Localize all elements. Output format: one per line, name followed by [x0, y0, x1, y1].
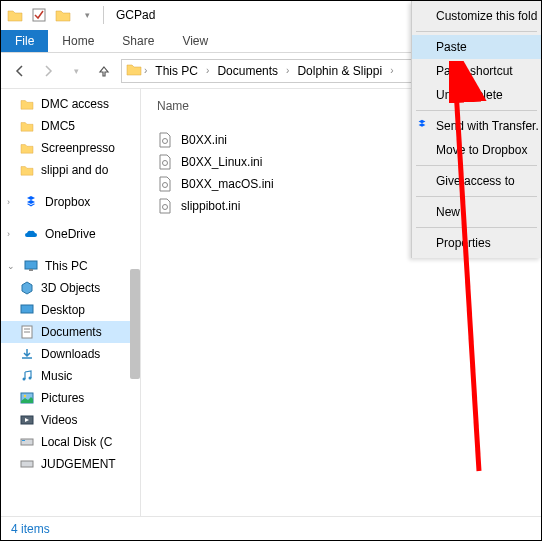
separator [416, 165, 537, 166]
folder-icon [19, 162, 35, 178]
chevron-right-icon[interactable]: › [286, 65, 289, 76]
file-name: B0XX.ini [181, 133, 227, 147]
nav-label: Dropbox [45, 195, 90, 209]
separator [416, 196, 537, 197]
nav-quick-item[interactable]: Screenpresso [1, 137, 140, 159]
breadcrumb-documents[interactable]: Documents [211, 62, 284, 80]
file-name: B0XX_Linux.ini [181, 155, 262, 169]
nav-quick-item[interactable]: slippi and do [1, 159, 140, 181]
nav-quick-item[interactable]: DMC5 [1, 115, 140, 137]
nav-label: JUDGEMENT [41, 457, 116, 471]
ctx-paste[interactable]: Paste [412, 35, 541, 59]
context-menu: Customize this fold Paste Paste shortcut… [411, 1, 541, 258]
nav-pc-item[interactable]: JUDGEMENT [1, 453, 140, 475]
status-bar: 4 items [1, 516, 541, 540]
nav-pc-item[interactable]: Pictures [1, 387, 140, 409]
ctx-customize[interactable]: Customize this fold [412, 4, 541, 28]
svg-rect-3 [21, 305, 33, 313]
breadcrumb-dolphin[interactable]: Dolphin & Slippi [291, 62, 388, 80]
folder-icon [19, 118, 35, 134]
tab-share[interactable]: Share [108, 30, 168, 52]
pictures-icon [19, 390, 35, 406]
svg-rect-13 [22, 440, 25, 441]
separator [416, 227, 537, 228]
nav-label: Screenpresso [41, 141, 115, 155]
nav-label: Local Disk (C [41, 435, 112, 449]
forward-button[interactable] [37, 60, 59, 82]
folder-icon [126, 62, 142, 79]
nav-label: Music [41, 369, 72, 383]
ctx-paste-shortcut[interactable]: Paste shortcut [412, 59, 541, 83]
nav-dropbox[interactable]: ›Dropbox [1, 191, 140, 213]
svg-rect-2 [29, 269, 33, 271]
file-tab[interactable]: File [1, 30, 48, 52]
3dobjects-icon [19, 280, 35, 296]
separator [416, 31, 537, 32]
tab-view[interactable]: View [168, 30, 222, 52]
tab-home[interactable]: Home [48, 30, 108, 52]
nav-pc-item-documents[interactable]: Documents [1, 321, 140, 343]
nav-label: Downloads [41, 347, 100, 361]
ini-icon [157, 176, 173, 192]
desktop-icon [19, 302, 35, 318]
disk-icon [19, 456, 35, 472]
quick-access-toolbar: ▾ [5, 5, 97, 25]
properties-icon[interactable] [29, 5, 49, 25]
up-button[interactable] [93, 60, 115, 82]
disk-icon [19, 434, 35, 450]
navigation-pane[interactable]: DMC access DMC5 Screenpresso slippi and … [1, 89, 141, 516]
nav-pc-item[interactable]: Desktop [1, 299, 140, 321]
nav-label: Pictures [41, 391, 84, 405]
nav-label: slippi and do [41, 163, 108, 177]
chevron-right-icon[interactable]: › [144, 65, 147, 76]
folder-icon [19, 96, 35, 112]
documents-icon [19, 324, 35, 340]
svg-rect-0 [33, 9, 45, 21]
ctx-undo-delete[interactable]: Undo Delete [412, 83, 541, 107]
window-title: GCPad [116, 8, 155, 22]
item-count: 4 items [11, 522, 50, 536]
nav-label: Desktop [41, 303, 85, 317]
ctx-label: Send with Transfer. [436, 119, 539, 133]
ctx-new[interactable]: New [412, 200, 541, 224]
dropbox-icon [23, 194, 39, 210]
onedrive-icon [23, 226, 39, 242]
nav-pc-item[interactable]: Videos [1, 409, 140, 431]
ctx-move-dropbox[interactable]: Move to Dropbox [412, 138, 541, 162]
ctx-give-access[interactable]: Give access to [412, 169, 541, 193]
nav-label: Documents [41, 325, 102, 339]
file-name: slippibot.ini [181, 199, 240, 213]
breadcrumb-thispc[interactable]: This PC [149, 62, 204, 80]
nav-label: This PC [45, 259, 88, 273]
ini-icon [157, 132, 173, 148]
nav-pc-item[interactable]: Music [1, 365, 140, 387]
ctx-properties[interactable]: Properties [412, 231, 541, 255]
svg-rect-12 [21, 439, 33, 445]
chevron-right-icon[interactable]: › [206, 65, 209, 76]
recent-dropdown[interactable]: ▾ [65, 60, 87, 82]
nav-pc-item[interactable]: Local Disk (C [1, 431, 140, 453]
nav-label: DMC5 [41, 119, 75, 133]
folder-icon [5, 5, 25, 25]
downloads-icon [19, 346, 35, 362]
nav-quick-item[interactable]: DMC access [1, 93, 140, 115]
folder-icon-small [53, 5, 73, 25]
nav-thispc[interactable]: ⌄This PC [1, 255, 140, 277]
nav-onedrive[interactable]: ›OneDrive [1, 223, 140, 245]
chevron-right-icon[interactable]: › [390, 65, 393, 76]
scrollbar-thumb[interactable] [130, 269, 140, 379]
nav-label: 3D Objects [41, 281, 100, 295]
svg-point-10 [24, 395, 26, 397]
svg-point-7 [23, 378, 26, 381]
nav-label: DMC access [41, 97, 109, 111]
nav-label: Videos [41, 413, 77, 427]
back-button[interactable] [9, 60, 31, 82]
ctx-send-transfer[interactable]: Send with Transfer. [412, 114, 541, 138]
nav-pc-item[interactable]: 3D Objects [1, 277, 140, 299]
separator [416, 110, 537, 111]
dropbox-icon [416, 119, 430, 133]
nav-pc-item[interactable]: Downloads [1, 343, 140, 365]
thispc-icon [23, 258, 39, 274]
folder-icon [19, 140, 35, 156]
dropdown-icon[interactable]: ▾ [77, 5, 97, 25]
